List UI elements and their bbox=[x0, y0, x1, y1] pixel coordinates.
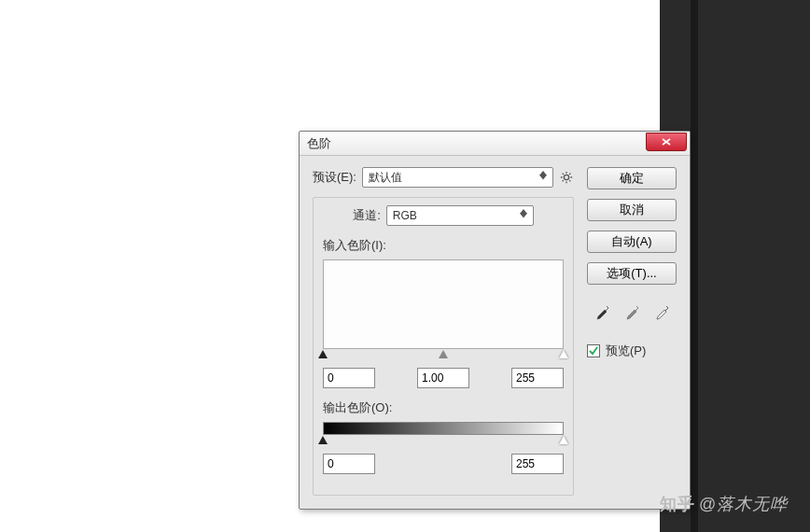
white-point-eyedropper[interactable] bbox=[650, 303, 673, 322]
output-white-field[interactable] bbox=[511, 454, 564, 474]
output-levels-label: 输出色阶(O): bbox=[323, 399, 564, 416]
preview-label: 预览(P) bbox=[606, 343, 646, 359]
input-gamma-handle[interactable] bbox=[439, 350, 448, 358]
eyedropper-icon bbox=[623, 304, 640, 321]
watermark-site: 知乎 bbox=[660, 493, 695, 515]
gear-icon bbox=[560, 171, 573, 184]
close-icon bbox=[662, 138, 671, 146]
input-gamma-field[interactable] bbox=[417, 368, 469, 388]
input-white-field[interactable] bbox=[511, 368, 564, 388]
preset-select[interactable]: 默认值 bbox=[362, 167, 553, 188]
dialog-title: 色阶 bbox=[307, 135, 331, 152]
output-slider[interactable] bbox=[323, 437, 564, 446]
close-button[interactable] bbox=[646, 133, 687, 151]
histogram bbox=[323, 259, 564, 349]
ok-button[interactable]: 确定 bbox=[587, 167, 677, 189]
levels-fieldset: 通道: RGB 输入色阶(I): 输出色阶(O): bbox=[313, 197, 574, 496]
eyedropper-icon bbox=[653, 304, 670, 321]
levels-dialog: 色阶 预设(E): 默认值 通道: RGB 输入色阶(I): bbox=[299, 131, 691, 510]
eyedropper-icon bbox=[594, 304, 610, 321]
channel-select[interactable]: RGB bbox=[386, 205, 534, 226]
auto-button[interactable]: 自动(A) bbox=[587, 231, 677, 253]
cancel-button[interactable]: 取消 bbox=[587, 199, 677, 221]
gray-point-eyedropper[interactable] bbox=[621, 303, 643, 322]
black-point-eyedropper[interactable] bbox=[591, 303, 613, 322]
channel-label: 通道: bbox=[353, 207, 381, 224]
input-black-field[interactable] bbox=[323, 368, 375, 388]
input-black-handle[interactable] bbox=[318, 350, 328, 358]
input-slider[interactable] bbox=[323, 351, 564, 360]
options-button[interactable]: 选项(T)... bbox=[587, 262, 677, 285]
output-white-handle[interactable] bbox=[559, 436, 568, 444]
output-black-handle[interactable] bbox=[318, 436, 328, 444]
preset-menu-button[interactable] bbox=[559, 170, 574, 185]
watermark: 知乎 @落木无哗 bbox=[660, 493, 788, 515]
input-white-handle[interactable] bbox=[559, 350, 568, 358]
svg-point-0 bbox=[564, 175, 568, 179]
check-icon bbox=[589, 346, 598, 356]
output-gradient bbox=[323, 422, 564, 435]
preset-label: 预设(E): bbox=[313, 169, 356, 186]
input-levels-label: 输入色阶(I): bbox=[323, 237, 564, 254]
watermark-user: @落木无哗 bbox=[699, 493, 788, 515]
titlebar[interactable]: 色阶 bbox=[300, 132, 690, 156]
preview-checkbox[interactable] bbox=[587, 344, 600, 357]
output-black-field[interactable] bbox=[323, 454, 375, 474]
